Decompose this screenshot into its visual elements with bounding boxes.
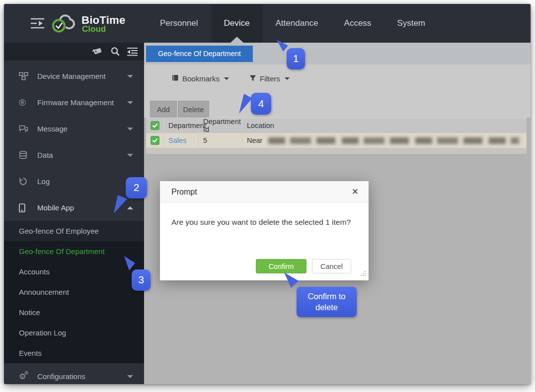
database-icon — [19, 151, 31, 159]
sidebar-item-notice[interactable]: Notice — [4, 302, 144, 323]
bookmarks-dropdown[interactable]: Bookmarks — [171, 74, 229, 83]
callout-step-2: 2 — [126, 177, 147, 198]
chevron-down-icon — [127, 75, 133, 78]
mobile-icon — [19, 203, 31, 212]
mobile-app-submenu: Geo-fence Of Employee Geo-fence Of Depar… — [4, 221, 144, 363]
sidebar-item-log[interactable]: Log — [4, 168, 144, 195]
sidebar-item-label: Message — [37, 125, 68, 133]
chevron-down-icon — [285, 77, 290, 80]
tag-icon[interactable] — [90, 47, 104, 57]
sidebar-item-operation-log[interactable]: Operation Log — [4, 323, 144, 343]
callout-step-2-number: 2 — [134, 182, 140, 193]
chevron-down-icon — [127, 375, 133, 378]
delete-button[interactable]: Delete — [178, 101, 209, 118]
filter-funnel-icon — [249, 74, 256, 83]
cell-location: Near — [242, 133, 527, 148]
sidebar-item-configurations[interactable]: ⚙⚙ Configurations — [4, 363, 144, 384]
dialog-footer: Confirm Cancel — [256, 259, 351, 273]
app-window: BioTime Cloud Personnel Device Attendanc… — [4, 4, 531, 384]
column-header-department[interactable]: Department — [164, 118, 199, 133]
checkbox-checked-icon[interactable] — [151, 121, 159, 130]
sidebar-item-geofence-of-employee[interactable]: Geo-fence Of Employee — [4, 221, 144, 241]
callout-step-1-number: 1 — [293, 53, 299, 64]
select-all-checkbox[interactable] — [146, 118, 164, 133]
sidebar-item-data[interactable]: Data — [4, 142, 144, 168]
confirm-button[interactable]: Confirm — [256, 259, 306, 273]
column-header-location[interactable]: Location — [242, 118, 527, 133]
callout-step-4-number: 4 — [258, 98, 264, 109]
cell-department: Sales — [164, 133, 199, 148]
sidebar-collapse-icon[interactable] — [30, 17, 46, 30]
sidebar-item-geofence-of-department[interactable]: Geo-fence Of Department — [4, 241, 144, 261]
table-header-row: Department Department Id Location — [146, 118, 527, 133]
filters-label: Filters — [260, 74, 280, 83]
sidebar-item-accounts[interactable]: Accounts — [4, 261, 144, 282]
callout-step-3: 3 — [132, 269, 151, 291]
action-buttons: Add Delete — [150, 101, 209, 118]
nav-item-personnel[interactable]: Personnel — [147, 4, 211, 43]
cloud-logo-icon — [50, 11, 79, 37]
cell-department-id: 5 — [199, 133, 242, 148]
sidebar-item-label: Data — [37, 151, 53, 159]
history-icon — [19, 177, 31, 186]
sidebar-item-label: Firmware Management — [37, 98, 114, 107]
prompt-dialog: Prompt ✕ Are you sure you want to delete… — [160, 181, 369, 280]
nav-item-system[interactable]: System — [384, 4, 438, 43]
menu-panel-icon[interactable] — [127, 47, 138, 56]
search-icon[interactable] — [110, 47, 120, 57]
nav-item-attendance[interactable]: Attendance — [263, 4, 331, 43]
nav-item-access[interactable]: Access — [331, 4, 384, 43]
resize-handle-icon[interactable] — [360, 269, 366, 278]
bookmarks-label: Bookmarks — [182, 74, 220, 83]
book-icon — [171, 74, 179, 83]
department-table: Department Department Id Location Sales … — [146, 118, 527, 148]
department-link[interactable]: Sales — [168, 136, 186, 144]
chat-icon — [19, 125, 31, 133]
sidebar-item-announcement[interactable]: Announcement — [4, 282, 144, 302]
sidebar-item-firmware-management[interactable]: ® Firmware Management — [4, 89, 144, 116]
tab-geofence-of-department[interactable]: Geo-fence Of Department — [146, 46, 253, 62]
sidebar-item-device-management[interactable]: Device Management — [4, 63, 144, 89]
registered-icon: ® — [19, 98, 31, 107]
chevron-down-icon — [127, 128, 133, 131]
location-redacted-blur — [268, 137, 519, 144]
callout-step-1: 1 — [287, 48, 305, 69]
location-text: Near — [247, 136, 262, 144]
sidebar-item-message[interactable]: Message — [4, 116, 144, 142]
table-footer-strip — [146, 148, 527, 154]
row-checkbox[interactable] — [146, 133, 164, 148]
biotime-cloud-logo[interactable]: BioTime Cloud — [50, 11, 126, 37]
sidebar-item-label: Log — [37, 177, 50, 186]
sidebar-menu: Device Management ® Firmware Management — [4, 63, 144, 384]
sidebar-item-label: Mobile App — [37, 203, 74, 212]
callout-step-4: 4 — [251, 93, 271, 115]
callout-confirm-note: Confirm to delete — [297, 287, 357, 317]
column-header-department-id[interactable]: Department Id — [199, 118, 242, 133]
main-nav: Personnel Device Attendance Access Syste… — [147, 4, 438, 43]
chevron-down-icon — [127, 101, 133, 104]
tab-strip: Geo-fence Of Department — [144, 43, 531, 65]
chevron-down-icon — [224, 77, 229, 80]
callout-step-3-number: 3 — [138, 274, 144, 285]
cubes-icon — [19, 72, 31, 80]
logo-text: BioTime Cloud — [81, 15, 126, 33]
sidebar-item-label: Configurations — [37, 372, 85, 381]
callout-confirm-note-text: Confirm to delete — [307, 292, 345, 312]
dialog-message: Are you sure you want to delete the sele… — [171, 216, 351, 229]
table-row[interactable]: Sales 5 Near — [146, 133, 527, 148]
gears-icon: ⚙⚙ — [19, 373, 31, 381]
cancel-button[interactable]: Cancel — [312, 259, 351, 273]
close-icon[interactable]: ✕ — [352, 187, 359, 197]
filters-dropdown[interactable]: Filters — [249, 74, 290, 83]
chevron-down-icon — [127, 154, 133, 157]
sidebar-item-label: Device Management — [37, 72, 106, 80]
nav-item-device[interactable]: Device — [211, 4, 263, 43]
content-toolbar: Bookmarks Filters Add Delete — [144, 65, 531, 118]
sidebar-toolbar — [4, 43, 144, 61]
top-navbar: BioTime Cloud Personnel Device Attendanc… — [4, 4, 531, 43]
checkbox-checked-icon[interactable] — [151, 136, 159, 145]
dialog-title: Prompt — [171, 188, 352, 196]
add-button[interactable]: Add — [150, 101, 177, 118]
sidebar-item-events[interactable]: Events — [4, 343, 144, 363]
dialog-header[interactable]: Prompt ✕ — [160, 181, 369, 203]
